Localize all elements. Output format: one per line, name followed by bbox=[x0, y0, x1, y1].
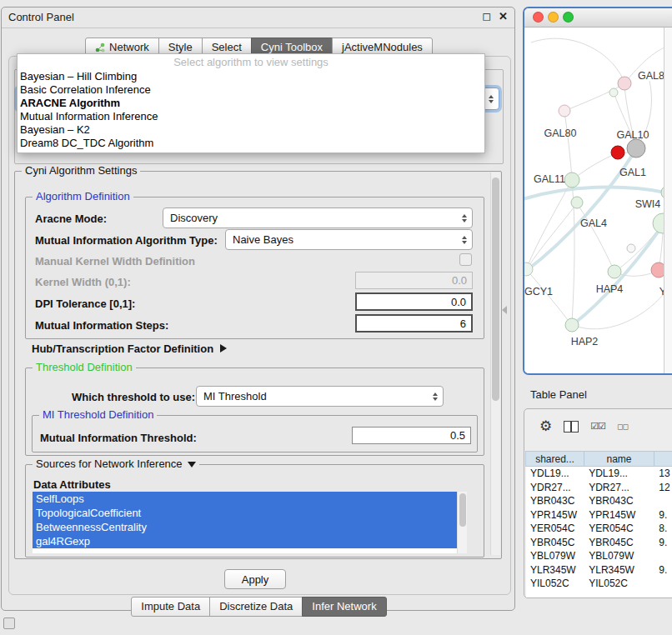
combo-arrows-icon bbox=[462, 236, 467, 244]
table-row[interactable]: YER054CYER054C8. bbox=[526, 522, 672, 536]
zoom-window-icon[interactable] bbox=[563, 12, 574, 22]
tab-impute-data[interactable]: Impute Data bbox=[131, 597, 210, 617]
network-node[interactable] bbox=[524, 262, 533, 276]
tab-label: Infer Network bbox=[312, 600, 376, 612]
tab-label: Select bbox=[212, 41, 242, 53]
node-label: SWI4 bbox=[635, 198, 661, 210]
attributes-list-scrollbar[interactable] bbox=[457, 492, 467, 553]
control-panel-window: Control Panel ◻ ✕ NetworkStyleSelectCyni… bbox=[1, 7, 515, 611]
network-node[interactable] bbox=[618, 77, 631, 90]
tab-discretize-data[interactable]: Discretize Data bbox=[209, 597, 303, 617]
data-attribute-item[interactable]: gal4RGexp bbox=[33, 534, 457, 548]
column-header[interactable]: name bbox=[584, 451, 654, 467]
network-vertical-scrollbar[interactable] bbox=[664, 28, 672, 374]
table-row[interactable]: YBR043CYBR043C bbox=[526, 494, 672, 508]
settings-scrollbar-thumb[interactable] bbox=[492, 178, 499, 401]
splitter-collapse-icon[interactable] bbox=[502, 306, 507, 314]
algorithm-option[interactable]: Basic Correlation Inference bbox=[18, 83, 484, 97]
network-node[interactable] bbox=[627, 139, 645, 158]
table-row[interactable]: YLR345WYLR345W9. bbox=[526, 563, 672, 578]
algorithm-dropdown-popup: Select algorithm to view settings Bayesi… bbox=[17, 53, 485, 153]
close-window-icon[interactable]: ✕ bbox=[499, 10, 508, 22]
table-header-row: shared...name bbox=[526, 451, 672, 467]
float-window-icon[interactable]: ◻ bbox=[482, 10, 491, 22]
table-panel: ⚙ ☑☑ ◻◻ shared...name YDL19...YDL19...13… bbox=[524, 408, 672, 598]
column-header[interactable]: shared... bbox=[525, 451, 584, 467]
algorithm-option[interactable]: Bayesian – K2 bbox=[18, 123, 484, 137]
data-attribute-item[interactable]: TopologicalCoefficient bbox=[33, 506, 457, 520]
network-node[interactable] bbox=[559, 105, 570, 117]
algorithm-option[interactable]: Dream8 DC_TDC Algorithm bbox=[18, 137, 484, 150]
attributes-scrollbar-thumb[interactable] bbox=[459, 493, 466, 527]
apply-button[interactable]: Apply bbox=[224, 569, 286, 589]
close-window-icon[interactable] bbox=[533, 12, 544, 22]
mi-steps-field[interactable]: 6 bbox=[355, 314, 473, 332]
columns-icon[interactable] bbox=[564, 421, 579, 432]
table-cell: YIL052C bbox=[526, 577, 584, 591]
mi-algorithm-type-combo[interactable]: Naive Bayes bbox=[225, 229, 473, 250]
network-node[interactable] bbox=[608, 265, 621, 278]
table-cell: YBR043C bbox=[526, 494, 584, 508]
table-cell: YPR145W bbox=[584, 508, 654, 522]
mi-steps-label: Mutual Information Steps: bbox=[35, 319, 168, 332]
table-row[interactable]: YIL052CYIL052C bbox=[526, 577, 672, 591]
data-attribute-item[interactable]: SelfLoops bbox=[33, 492, 457, 506]
network-node[interactable] bbox=[565, 318, 579, 332]
table-row[interactable]: YDR27...YDR27...12 bbox=[526, 481, 672, 495]
algorithm-option[interactable]: ARACNE Algorithm bbox=[18, 97, 484, 110]
threshold-definition-title: Threshold Definition bbox=[33, 361, 136, 373]
table-cell: YBR043C bbox=[584, 494, 654, 508]
column-header[interactable] bbox=[654, 451, 672, 467]
table-cell: YIL052C bbox=[584, 577, 654, 591]
hub-definition-expander[interactable]: Hub/Transcription Factor Definition bbox=[32, 342, 227, 355]
table-row[interactable]: YBR045CYBR045C9. bbox=[526, 536, 672, 550]
cyni-mode-tabs: Impute DataDiscretize DataInfer Network bbox=[2, 597, 516, 617]
control-panel-title: Control Panel bbox=[8, 11, 74, 23]
network-node[interactable] bbox=[611, 146, 624, 159]
settings-scrollbar[interactable] bbox=[490, 172, 500, 555]
table-cell: YER054C bbox=[584, 522, 654, 536]
node-label: GAL4 bbox=[580, 218, 607, 229]
table-row[interactable]: YBL079WYBL079W bbox=[526, 549, 672, 563]
network-node[interactable] bbox=[564, 172, 579, 188]
which-threshold-combo[interactable]: MI Threshold bbox=[196, 386, 444, 407]
data-attributes-label: Data Attributes bbox=[33, 478, 111, 491]
select-columns-icon[interactable]: ☑☑ bbox=[590, 421, 605, 432]
table-cell: 9. bbox=[654, 508, 672, 522]
kernel-width-field[interactable]: 0.0 bbox=[355, 272, 473, 289]
table-body: YDL19...YDL19...13YDR27...YDR27...12YBR0… bbox=[526, 467, 672, 591]
control-panel-titlebar: Control Panel ◻ ✕ bbox=[2, 8, 514, 28]
aracne-mode-combo[interactable]: Discovery bbox=[163, 208, 473, 228]
desktop: Control Panel ◻ ✕ NetworkStyleSelectCyni… bbox=[0, 0, 672, 635]
table-row[interactable]: YDL19...YDL19...13 bbox=[526, 467, 672, 481]
algorithm-option[interactable]: Bayesian – Hill Climbing bbox=[18, 70, 484, 83]
network-canvas[interactable]: GAL8GAL80GAL10GAL1GAL11SWI4GAL4GCY1HAP4H… bbox=[524, 28, 672, 374]
minimize-window-icon[interactable] bbox=[548, 12, 559, 22]
dpi-tolerance-label: DPI Tolerance [0,1]: bbox=[35, 298, 135, 310]
data-attributes-list: SelfLoopsTopologicalCoefficientBetweenne… bbox=[33, 492, 466, 553]
tab-label: Network bbox=[109, 41, 149, 53]
table-cell: 9. bbox=[654, 563, 672, 578]
algorithm-option[interactable]: Mutual Information Inference bbox=[18, 110, 484, 123]
gear-icon[interactable]: ⚙ bbox=[539, 419, 552, 433]
network-node[interactable] bbox=[571, 197, 583, 208]
table-cell: YLR345W bbox=[584, 563, 654, 578]
minimized-panel-icon[interactable] bbox=[3, 618, 15, 629]
manual-kernel-width-checkbox[interactable] bbox=[459, 253, 472, 266]
dpi-tolerance-field[interactable]: 0.0 bbox=[355, 292, 473, 311]
expand-right-icon bbox=[220, 344, 227, 352]
tab-infer-network[interactable]: Infer Network bbox=[302, 597, 386, 617]
sources-group-title[interactable]: Sources for Network Inference bbox=[33, 458, 199, 470]
table-cell: YER054C bbox=[526, 522, 584, 536]
network-window-titlebar bbox=[524, 8, 672, 28]
node-label: GCY1 bbox=[524, 286, 553, 298]
data-attribute-item[interactable]: BetweennessCentrality bbox=[33, 520, 457, 534]
table-row[interactable]: YPR145WYPR145W9. bbox=[526, 508, 672, 522]
new-column-icon[interactable]: ◻◻ bbox=[617, 422, 628, 431]
combo-arrows-icon bbox=[489, 95, 494, 103]
network-node[interactable] bbox=[609, 88, 618, 97]
mi-algorithm-type-label: Mutual Information Algorithm Type: bbox=[35, 234, 218, 247]
network-node[interactable] bbox=[627, 244, 635, 252]
mi-threshold-field[interactable]: 0.5 bbox=[352, 427, 471, 444]
which-threshold-label: Which threshold to use: bbox=[72, 391, 195, 403]
